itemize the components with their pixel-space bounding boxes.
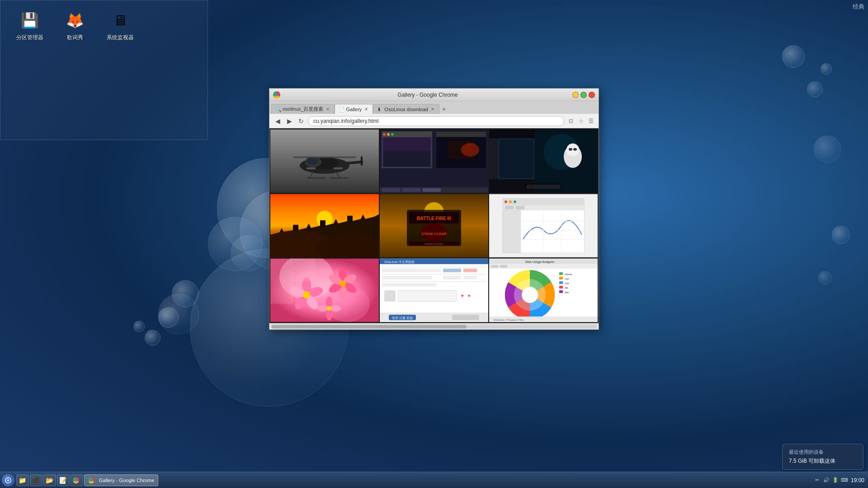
svg-rect-106 xyxy=(382,269,441,272)
svg-point-94 xyxy=(330,305,341,312)
svg-rect-137 xyxy=(559,286,563,289)
taskbar-quick-browser[interactable] xyxy=(71,474,83,486)
svg-point-96 xyxy=(317,305,328,312)
gallery-item-screenshot[interactable] xyxy=(380,129,488,193)
taskbar-gallery-item[interactable]: Gallery - Google Chrome xyxy=(84,474,158,486)
cast-icon[interactable]: ⊡ xyxy=(567,117,575,125)
svg-rect-69 xyxy=(515,206,524,210)
taskbar-right: ✂ 🔊 🔋 ⌨ 19:00 xyxy=(814,477,864,484)
menu-icon[interactable]: ☰ xyxy=(587,117,595,125)
desktop-icon-label-partition-manager: 分区管理器 xyxy=(16,34,43,42)
taskbar-tray: ✂ 🔊 🔋 ⌨ xyxy=(814,477,848,484)
svg-rect-122 xyxy=(452,315,479,320)
svg-rect-139 xyxy=(559,291,563,293)
reload-button[interactable]: ↻ xyxy=(297,117,306,126)
address-bar: ◀ ▶ ↻ ⊡ ☆ ☰ xyxy=(269,114,599,128)
desktop-panel: 💾 分区管理器 🦊 歌词秀 🖥 系统监视器 xyxy=(0,0,208,140)
taskbar-quick-folder[interactable]: 📂 xyxy=(43,474,56,486)
svg-rect-48 xyxy=(320,221,326,227)
tab-baidu-close[interactable]: ✕ xyxy=(325,107,330,112)
svg-text:/usr: /usr xyxy=(565,277,569,280)
svg-rect-116 xyxy=(398,291,457,302)
gallery-item-movie[interactable] xyxy=(489,129,598,193)
svg-point-41 xyxy=(569,148,572,151)
svg-rect-28 xyxy=(382,188,400,192)
svg-text:PRESS START: PRESS START xyxy=(425,243,443,245)
bookmark-icon[interactable]: ☆ xyxy=(577,117,585,125)
svg-text:/home: /home xyxy=(565,273,572,276)
tab-baidu[interactable]: 🔍 osolinux_百度搜索 ✕ xyxy=(271,104,335,114)
desktop-icon-label-system-monitor: 系统监视器 xyxy=(107,34,134,42)
tab-osolinux-label: OsoLinux download xyxy=(384,107,428,112)
desktop-icon-partition-manager[interactable]: 💾 分区管理器 xyxy=(14,9,46,42)
svg-rect-98 xyxy=(270,259,293,282)
tab-gallery-close[interactable]: ✕ xyxy=(363,107,369,112)
desktop-icon-img-lyrics: 🦊 xyxy=(64,9,86,31)
tab-osolinux-favicon: ⬇ xyxy=(377,107,382,112)
notification-title: 最近使用的设备 xyxy=(789,449,857,455)
gallery-item-helicopter[interactable] xyxy=(270,129,379,193)
svg-point-40 xyxy=(566,144,579,156)
gallery-item-game[interactable]: BATTLE FIRE III STAGE CLEAR PRESS START xyxy=(380,194,488,258)
svg-point-17 xyxy=(383,133,386,136)
svg-point-130 xyxy=(522,287,538,303)
taskbar-quick-terminal[interactable]: ⬛ xyxy=(30,474,42,486)
gallery-item-flower[interactable] xyxy=(270,258,379,322)
svg-text:Disk Usage Analyzer: Disk Usage Analyzer xyxy=(525,260,555,264)
svg-point-42 xyxy=(573,148,577,151)
svg-point-65 xyxy=(509,201,512,203)
maximize-button[interactable] xyxy=(580,92,587,98)
taskbar-quick-files[interactable]: 📁 xyxy=(16,474,29,486)
svg-point-66 xyxy=(514,201,516,203)
svg-rect-71 xyxy=(521,211,584,253)
svg-rect-11 xyxy=(330,178,348,179)
svg-rect-112 xyxy=(463,276,477,280)
svg-text:BATTLE FIRE III: BATTLE FIRE III xyxy=(417,216,451,221)
taskbar-start-button[interactable] xyxy=(2,474,14,487)
taskbar-quick-text[interactable]: 📝 xyxy=(57,474,70,486)
browser-title: Gallery - Google Chrome xyxy=(283,92,572,98)
scrollbar-thumb[interactable] xyxy=(271,325,467,328)
gallery-item-greatwall[interactable] xyxy=(270,194,379,258)
top-right-label: 经典 xyxy=(853,3,864,10)
notification-body: 7.5 GiB 可卸载这体 xyxy=(789,457,857,465)
svg-rect-99 xyxy=(270,282,293,304)
desktop-icon-system-monitor[interactable]: 🖥 系统监视器 xyxy=(104,9,136,42)
tray-battery-icon[interactable]: 🔋 xyxy=(832,477,839,484)
new-tab-button[interactable]: + xyxy=(439,105,448,114)
gallery-item-chart[interactable]: Disk Usage Analyzer xyxy=(489,258,598,322)
svg-rect-21 xyxy=(383,138,430,151)
scrollbar-track xyxy=(271,325,597,328)
tray-volume-icon[interactable]: 🔊 xyxy=(823,477,830,484)
taskbar-items: 📁 ⬛ 📂 📝 Gallery - Google Chrome xyxy=(16,474,814,486)
back-button[interactable]: ◀ xyxy=(273,117,282,126)
url-input[interactable] xyxy=(308,116,564,126)
gallery-item-editor[interactable] xyxy=(489,194,598,258)
desktop-icon-lyrics[interactable]: 🦊 歌词秀 xyxy=(59,9,91,42)
gallery-grid: BATTLE FIRE III STAGE CLEAR PRESS START xyxy=(269,128,599,323)
svg-rect-115 xyxy=(384,291,396,302)
tray-keyboard-icon[interactable]: ⌨ xyxy=(841,477,848,484)
top-right-indicator: 经典 xyxy=(853,3,864,11)
tab-osolinux-close[interactable]: ✕ xyxy=(430,107,435,112)
svg-rect-114 xyxy=(382,283,436,287)
svg-rect-109 xyxy=(382,274,486,275)
browser-titlebar: Gallery - Google Chrome xyxy=(269,89,599,101)
svg-point-95 xyxy=(326,310,332,320)
minimize-button[interactable] xyxy=(572,92,579,98)
svg-rect-7 xyxy=(293,157,356,158)
taskbar-gallery-label: Gallery - Google Chrome xyxy=(99,478,154,483)
tab-gallery[interactable]: 📄 Gallery ✕ xyxy=(335,104,373,114)
browser-scrollbar[interactable] xyxy=(269,323,599,329)
close-button[interactable] xyxy=(589,92,595,98)
svg-rect-135 xyxy=(559,282,563,284)
svg-rect-30 xyxy=(423,188,441,192)
tray-scissors-icon[interactable]: ✂ xyxy=(814,477,821,484)
svg-rect-29 xyxy=(402,188,420,192)
svg-point-18 xyxy=(387,133,390,136)
forward-button[interactable]: ▶ xyxy=(285,117,294,126)
gallery-item-forum[interactable]: OsoLinux 中文系统组 xyxy=(380,258,488,322)
svg-rect-108 xyxy=(463,269,477,272)
desktop-icon-img-system-monitor: 🖥 xyxy=(109,9,131,31)
tab-osolinux[interactable]: ⬇ OsoLinux download ✕ xyxy=(373,104,439,114)
